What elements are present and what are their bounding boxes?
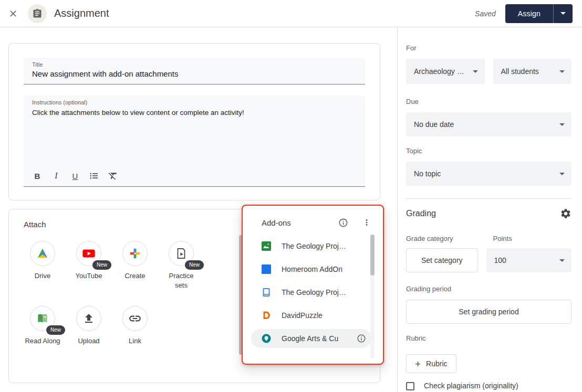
link-icon-circle (122, 306, 148, 331)
grade-category-select[interactable]: Set category (406, 248, 478, 272)
addon-info-button[interactable] (357, 334, 366, 343)
attach-item-label: Read Along (25, 336, 60, 346)
addon-name: DavidPuzzle (282, 311, 323, 320)
students-select[interactable]: All students (493, 59, 572, 84)
addon-item-google-arts[interactable]: Google Arts & Cu (251, 329, 371, 348)
attach-item-label: Create (124, 271, 145, 281)
plagiarism-checkbox[interactable] (406, 382, 414, 390)
google-arts-culture-icon (262, 334, 271, 343)
addon-item-geology-2[interactable]: The Geology Proj… (243, 281, 383, 304)
clear-formatting-icon (108, 171, 118, 181)
chevron-down-icon (473, 70, 478, 73)
topic-value: No topic (414, 169, 441, 178)
drive-icon-circle (30, 241, 55, 266)
attach-youtube-button[interactable]: New YouTube (66, 241, 112, 290)
homeroom-addon-icon (262, 264, 271, 274)
grading-settings-button[interactable] (560, 208, 571, 219)
addon-item-homeroom[interactable]: Homeroom AddOn (243, 258, 383, 281)
assignment-details-card: Title Instructions (optional) Click the … (8, 43, 380, 200)
instructions-input[interactable]: Click the attachments below to view cont… (24, 105, 365, 118)
italic-button[interactable]: I (47, 167, 66, 184)
bold-button[interactable]: B (28, 167, 47, 184)
attach-item-label: Practice sets (163, 271, 199, 290)
assign-button[interactable]: Assign (505, 4, 553, 23)
addons-info-button[interactable] (338, 218, 348, 228)
addon-name: Google Arts & Cu (282, 334, 338, 343)
top-bar: Assignment Saved Assign (0, 0, 582, 27)
title-label: Title (24, 58, 365, 68)
addons-list: The Geology Proj… Homeroom AddOn The Geo… (243, 235, 383, 348)
attach-item-label: Drive (35, 271, 50, 281)
close-icon (8, 8, 18, 19)
points-select[interactable]: 100 (486, 248, 572, 272)
addons-scrollbar-thumb[interactable] (370, 235, 375, 276)
geology-project-icon (262, 241, 271, 251)
upload-icon-circle (76, 306, 101, 331)
points-label: Points (493, 235, 572, 243)
assign-dropdown-button[interactable] (553, 4, 573, 23)
chevron-down-icon (559, 70, 565, 73)
instructions-field[interactable]: Instructions (optional) Click the attach… (24, 96, 365, 187)
chevron-down-icon (559, 123, 565, 126)
youtube-icon-circle: New (76, 241, 101, 266)
addon-name: The Geology Proj… (282, 288, 346, 296)
attach-link-button[interactable]: Link (112, 306, 158, 346)
grading-period-label: Grading period (406, 285, 571, 293)
add-rubric-button[interactable]: + Rubric (406, 354, 456, 373)
read-along-icon-circle: New (30, 306, 55, 331)
due-date-select[interactable]: No due date (406, 112, 571, 136)
practice-sets-icon (175, 247, 188, 260)
students-select-value: All students (501, 67, 539, 76)
addons-popup: Add-ons The Geology Proj… Homeroom AddOn (242, 205, 384, 365)
info-icon (357, 334, 366, 343)
new-badge: New (92, 260, 111, 270)
plus-icon: + (415, 359, 421, 369)
close-button[interactable] (7, 7, 19, 20)
addon-item-geology-1[interactable]: The Geology Proj… (243, 235, 383, 258)
attach-item-label: YouTube (75, 271, 102, 281)
gear-icon (560, 208, 571, 219)
assign-split-button: Assign (505, 4, 573, 23)
addons-menu-button[interactable] (362, 218, 371, 227)
davidpuzzle-icon (262, 311, 271, 320)
attach-create-button[interactable]: Create (112, 241, 158, 290)
title-input[interactable] (24, 68, 365, 78)
grade-category-value: Set category (421, 256, 463, 264)
divider (406, 198, 571, 199)
addons-title: Add-ons (262, 218, 291, 227)
topic-select[interactable]: No topic (406, 162, 571, 186)
grade-category-label: Grade category (406, 235, 485, 243)
attach-read-along-button[interactable]: New Read Along (19, 306, 66, 346)
bulleted-list-button[interactable] (85, 167, 103, 184)
chevron-down-icon (559, 259, 565, 262)
class-select[interactable]: Archaeology … (406, 59, 485, 84)
underline-button[interactable]: U (66, 167, 85, 184)
attach-drive-button[interactable]: Drive (19, 241, 66, 290)
attach-row: New Read Along Upload Link (19, 306, 158, 346)
title-field[interactable]: Title (24, 58, 365, 84)
set-grading-period-button[interactable]: Set grading period (406, 300, 571, 324)
points-value: 100 (494, 256, 506, 264)
attach-practice-sets-button[interactable]: New Practice sets (158, 241, 204, 290)
addon-name: The Geology Proj… (282, 242, 346, 250)
practice-sets-icon-circle: New (169, 241, 194, 266)
instructions-label: Instructions (optional) (24, 96, 365, 105)
grading-heading: Grading (406, 209, 436, 218)
for-label: For (406, 44, 571, 52)
chevron-down-icon (560, 12, 566, 15)
create-plus-icon (128, 247, 142, 260)
attach-upload-button[interactable]: Upload (66, 306, 112, 346)
addon-item-davidpuzzle[interactable]: DavidPuzzle (243, 304, 383, 327)
due-date-value: No due date (414, 120, 454, 129)
addons-scrollbar[interactable] (370, 235, 375, 358)
clear-formatting-button[interactable] (103, 167, 122, 184)
youtube-icon (81, 246, 96, 261)
rubric-label: Rubric (406, 334, 571, 343)
due-label: Due (406, 98, 571, 106)
save-status: Saved (475, 9, 496, 18)
addons-popup-header: Add-ons (243, 206, 383, 228)
attach-item-label: Upload (78, 336, 99, 346)
read-along-icon (36, 312, 49, 325)
bulleted-list-icon (89, 171, 99, 181)
attach-row: Drive New YouTube Create New Practice se… (19, 241, 204, 290)
